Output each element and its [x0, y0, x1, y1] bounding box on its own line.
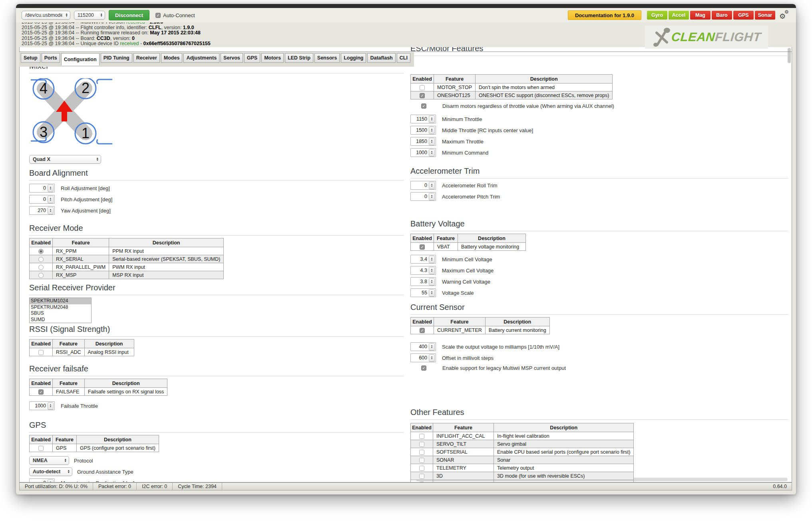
- checkbox-gps[interactable]: [38, 446, 44, 451]
- number-input[interactable]: 3.4▲▼: [410, 255, 436, 264]
- number-input[interactable]: 1000▲▼: [29, 401, 55, 410]
- tab-cli[interactable]: CLI: [397, 53, 410, 63]
- number-input[interactable]: 3.8▲▼: [410, 277, 436, 286]
- column-header: Feature: [434, 234, 458, 243]
- legacy-msp-current-checkbox[interactable]: [421, 365, 426, 371]
- tab-modes[interactable]: Modes: [161, 53, 183, 63]
- number-input[interactable]: 1500▲▼: [410, 126, 436, 135]
- serial-receiver-provider-listbox[interactable]: SPEKTRUM1024SPEKTRUM2048SBUSSUMD: [29, 298, 92, 323]
- checkbox-softserial[interactable]: [419, 450, 424, 455]
- current-sensor-fields: 400▲▼Scale the output voltage to milliam…: [410, 342, 788, 362]
- number-input[interactable]: 0▲▼: [29, 184, 55, 193]
- stepper-control[interactable]: ▲▼: [48, 207, 54, 214]
- checkbox-3d[interactable]: [419, 474, 424, 479]
- column-header: Feature: [434, 318, 486, 326]
- number-field-row: 400▲▼Scale the output voltage to milliam…: [410, 342, 788, 351]
- tab-receiver[interactable]: Receiver: [133, 53, 160, 63]
- tab-gps[interactable]: GPS: [244, 53, 260, 63]
- app-window: /dev/cu.usbmoden ▲▼ 115200 ▲▼ Disconnect…: [16, 4, 796, 494]
- disarm-motors-checkbox[interactable]: [421, 103, 426, 109]
- listbox-option-spektrum2048[interactable]: SPEKTRUM2048: [30, 304, 91, 311]
- number-input[interactable]: 1150▲▼: [410, 115, 436, 123]
- tab-dataflash[interactable]: Dataflash: [367, 53, 395, 63]
- number-input[interactable]: 600▲▼: [410, 353, 436, 362]
- auto-connect-checkbox[interactable]: [155, 13, 161, 18]
- tab-ports[interactable]: Ports: [42, 53, 60, 63]
- number-input[interactable]: 0▲▼: [29, 478, 55, 482]
- tab-setup[interactable]: Setup: [21, 53, 40, 63]
- stepper-control[interactable]: ▲▼: [429, 256, 435, 263]
- tab-pid-tuning[interactable]: PID Tuning: [101, 53, 132, 63]
- checkbox-current_meter[interactable]: [420, 328, 425, 333]
- tab-configuration[interactable]: Configuration: [61, 53, 100, 66]
- gps-ground-assistance-select[interactable]: Auto-detect ▲▼: [29, 467, 72, 476]
- tab-led-strip[interactable]: LED Strip: [285, 53, 313, 63]
- tab-servos[interactable]: Servos: [221, 53, 243, 63]
- checkbox-inflight_acc_cal[interactable]: [419, 434, 424, 439]
- disconnect-button[interactable]: Disconnect: [109, 10, 149, 20]
- stepper-control[interactable]: ▲▼: [48, 479, 54, 483]
- feature-cell: CURRENT_METER: [434, 326, 486, 334]
- tab-logging[interactable]: Logging: [341, 53, 366, 63]
- field-label: Scale the output voltage to milliamps [1…: [442, 344, 559, 350]
- mixer-type-select[interactable]: Quad X ▲▼: [29, 155, 101, 164]
- checkbox-motor_stop[interactable]: [420, 85, 425, 90]
- settings-gear-icon[interactable]: ⚙⚙: [779, 10, 790, 20]
- stepper-control[interactable]: ▲▼: [48, 402, 54, 410]
- column-header: Feature: [53, 238, 109, 247]
- stepper-control[interactable]: ▲▼: [429, 182, 435, 189]
- documentation-button[interactable]: Documentation for 1.9.0: [568, 10, 641, 20]
- checkbox-failsafe[interactable]: [38, 389, 44, 395]
- checkbox-servo_tilt[interactable]: [419, 442, 424, 447]
- current-sensor-table: EnabledFeatureDescriptionCURRENT_METERBa…: [410, 317, 788, 334]
- serial-port-select[interactable]: /dev/cu.usbmoden ▲▼: [22, 11, 70, 20]
- number-input[interactable]: 4.3▲▼: [410, 266, 436, 275]
- radio-rx_serial[interactable]: [38, 257, 44, 262]
- number-input[interactable]: 1000▲▼: [410, 148, 436, 157]
- baud-rate-select[interactable]: 115200 ▲▼: [74, 11, 105, 20]
- tab-adjustments[interactable]: Adjustments: [183, 53, 219, 63]
- table-row: RX_PARALLEL_PWMPWM RX input: [30, 263, 224, 271]
- number-input[interactable]: 0▲▼: [29, 195, 55, 204]
- field-label: Failsafe Throttle: [61, 403, 98, 409]
- number-input[interactable]: 1850▲▼: [410, 137, 436, 146]
- field-label: Maximum Throttle: [442, 139, 484, 145]
- feature-cell: TELEMETRY: [433, 464, 494, 472]
- stepper-control[interactable]: ▲▼: [429, 115, 435, 123]
- number-input[interactable]: 400▲▼: [410, 342, 436, 351]
- radio-rx_ppm[interactable]: [38, 249, 44, 254]
- listbox-option-spektrum1024[interactable]: SPEKTRUM1024: [30, 298, 91, 304]
- number-input[interactable]: 0▲▼: [410, 192, 436, 201]
- app-header: /dev/cu.usbmoden ▲▼ 115200 ▲▼ Disconnect…: [16, 8, 796, 22]
- gps-protocol-select[interactable]: NMEA ▲▼: [29, 456, 69, 465]
- radio-rx_msp[interactable]: [38, 273, 44, 278]
- checkbox-rssi_adc[interactable]: [38, 350, 44, 355]
- stepper-control[interactable]: ▲▼: [429, 267, 435, 274]
- stepper-control[interactable]: ▲▼: [429, 278, 435, 286]
- listbox-option-sumd[interactable]: SUMD: [30, 317, 91, 323]
- stepper-control[interactable]: ▲▼: [429, 127, 435, 134]
- stepper-control[interactable]: ▲▼: [429, 193, 435, 200]
- tab-sensors[interactable]: Sensors: [314, 53, 340, 63]
- listbox-option-sbus[interactable]: SBUS: [30, 310, 91, 317]
- magnetometer-declination-field: 0▲▼Magnetometer Declination [deg]: [29, 478, 404, 482]
- tab-motors[interactable]: Motors: [261, 53, 284, 63]
- stepper-control[interactable]: ▲▼: [429, 354, 435, 362]
- stepper-control[interactable]: ▲▼: [48, 185, 54, 192]
- checkbox-sonar[interactable]: [419, 458, 424, 463]
- stepper-control[interactable]: ▲▼: [429, 138, 435, 145]
- number-input[interactable]: 270▲▼: [29, 206, 55, 215]
- stepper-control[interactable]: ▲▼: [48, 196, 54, 203]
- checkbox-oneshot125[interactable]: [420, 93, 425, 98]
- stepper-control[interactable]: ▲▼: [429, 149, 435, 157]
- column-header: Enabled: [411, 75, 434, 83]
- stepper-control[interactable]: ▲▼: [429, 343, 435, 351]
- select-arrows-icon: ▲▼: [66, 13, 68, 17]
- gps-feature-table: EnabledFeatureDescriptionGPSGPS (configu…: [29, 435, 159, 452]
- stepper-control[interactable]: ▲▼: [429, 289, 435, 297]
- checkbox-telemetry[interactable]: [419, 466, 424, 471]
- checkbox-vbat[interactable]: [420, 244, 425, 250]
- number-input[interactable]: 55▲▼: [410, 288, 436, 297]
- radio-rx_parallel_pwm[interactable]: [38, 265, 44, 270]
- number-input[interactable]: 0▲▼: [410, 181, 436, 190]
